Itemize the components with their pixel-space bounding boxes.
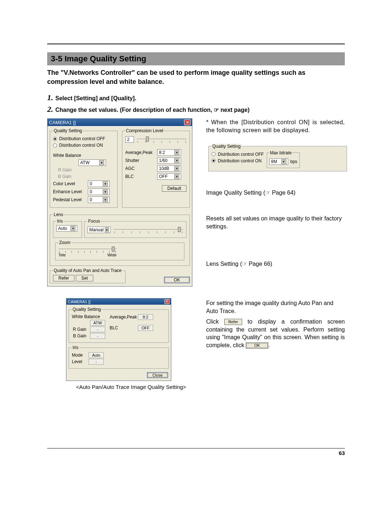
color-level-select[interactable]: 0 ▾	[88, 180, 110, 187]
focus-select[interactable]: Manual ▾	[87, 227, 111, 233]
dist-off-radio[interactable]: Distribution control OFF	[212, 152, 264, 157]
iris-select[interactable]: Auto ▾	[56, 225, 77, 232]
dropdown-icon: ▾	[70, 226, 75, 231]
pedestal-level-select[interactable]: 0 ▾	[88, 196, 110, 203]
close-icon[interactable]: ✕	[184, 119, 191, 125]
blc-select[interactable]: OFF ▾	[157, 173, 181, 180]
distribution-note: * When the [Distribution control ON] is …	[206, 118, 345, 134]
close-button[interactable]: Close	[147, 372, 168, 378]
step-number: 1.	[47, 93, 53, 102]
ok-button-inline[interactable]: OK	[246, 342, 268, 349]
level-readout: -	[89, 359, 104, 365]
dist-on-label: Distribution control ON	[218, 158, 262, 163]
dropdown-icon: ▾	[174, 158, 179, 163]
focus-value: Manual	[89, 227, 103, 233]
click-note: Click Refer to display a confirmation sc…	[206, 318, 345, 349]
dist-on-radio[interactable]: Distribution control ON	[53, 143, 114, 148]
confirm-dialog: CAMERA1 [] ✕ Quality Setting White Balan…	[66, 298, 171, 381]
agc-value: 10dB	[159, 166, 169, 171]
step-text: Select [Setting] and [Quality].	[56, 95, 136, 102]
dropdown-icon: ▾	[174, 166, 179, 171]
shutter-value: 1/60	[159, 158, 167, 163]
dropdown-icon: ▾	[174, 174, 179, 179]
default-button[interactable]: Default	[162, 185, 187, 192]
section-header: 3-5 Image Quality Setting	[47, 52, 345, 65]
dist-on-radio[interactable]: Distribution control ON	[212, 158, 264, 163]
zoom-tele-label: Tele	[58, 253, 66, 257]
max-bitrate-select[interactable]: 8M ▾	[269, 158, 288, 165]
agc-select[interactable]: 10dB ▾	[157, 165, 181, 172]
radio-icon	[212, 152, 216, 156]
compression-slider[interactable]	[137, 137, 187, 142]
radio-icon	[53, 137, 57, 141]
quality-setting-legend: Quality Setting	[53, 128, 83, 133]
shutter-select[interactable]: 1/60 ▾	[157, 157, 181, 164]
page-footer: 63	[47, 448, 345, 456]
step-1: 1. Select [Setting] and [Quality].	[47, 93, 345, 102]
dropdown-icon: ▾	[174, 150, 179, 155]
quality-setting-legend: Quality Setting	[212, 144, 241, 149]
blc-label: BLC	[110, 325, 134, 330]
color-level-value: 0	[90, 181, 92, 187]
r-gain-label: R Gain	[53, 167, 72, 172]
agc-label: AGC	[125, 166, 154, 171]
b-gain-label: B Gain	[53, 174, 72, 179]
dist-off-label: Distribution control OFF	[59, 136, 105, 141]
set-button[interactable]: Set	[76, 275, 93, 281]
avg-peak-label: Average,Peak	[110, 314, 134, 320]
blc-readout: OFF	[138, 325, 153, 331]
iris-legend: Iris	[56, 219, 64, 224]
dropdown-icon: ▾	[103, 181, 108, 186]
lens-legend: Lens	[53, 212, 64, 217]
compression-value[interactable]: 2	[125, 136, 134, 143]
dist-on-label: Distribution control ON	[59, 143, 103, 148]
mode-label: Mode	[72, 353, 85, 358]
blc-value: OFF	[159, 174, 168, 179]
titlebar[interactable]: CAMERA1 [] ✕	[66, 299, 171, 305]
page-number: 63	[339, 450, 345, 456]
zoom-slider[interactable]	[58, 247, 117, 252]
close-icon[interactable]: ✕	[164, 299, 170, 304]
shutter-label: Shutter	[125, 158, 154, 163]
mode-readout: Auto	[89, 352, 104, 358]
window-title: CAMERA1 []	[68, 300, 90, 304]
b-gain-label: B Gain	[72, 333, 86, 338]
pedestal-level-value: 0	[90, 197, 92, 203]
white-balance-value: ATW	[80, 160, 90, 166]
dist-off-radio[interactable]: Distribution control OFF	[53, 136, 114, 141]
refer-button-inline[interactable]: Refer	[224, 319, 242, 325]
lens-setting-ref: Lens Setting (☞ Page 66)	[206, 260, 345, 268]
dropdown-icon: ▾	[103, 189, 108, 194]
refer-button[interactable]: Refer	[53, 275, 74, 281]
blc-label: BLC	[125, 174, 154, 179]
confirm-caption: <Auto Pan/Auto Trace Image Quality Setti…	[66, 384, 196, 390]
max-bitrate-value: 8M	[271, 159, 277, 165]
avg-peak-label: Average,Peak	[125, 150, 154, 155]
dropdown-icon: ▾	[105, 227, 109, 232]
level-label: Level	[72, 359, 85, 364]
asterisk: *	[206, 119, 208, 125]
avg-peak-select[interactable]: 8:2 ▾	[157, 149, 181, 156]
focus-slider[interactable]	[114, 227, 183, 232]
step-2: 2. Change the set values. (For descripti…	[47, 105, 345, 114]
ok-button[interactable]: OK	[164, 277, 190, 283]
zoom-wide-label: Wide	[107, 253, 117, 257]
titlebar[interactable]: CAMERA1 [] ✕	[48, 119, 192, 126]
white-balance-readout: ATW	[90, 320, 105, 326]
enhance-level-select[interactable]: 0 ▾	[88, 188, 110, 195]
zoom-legend: Zoom	[58, 240, 71, 245]
iq-setting-ref: Image Quality Setting (☞ Page 64)	[206, 189, 345, 197]
r-gain-readout: -	[90, 326, 105, 332]
dropdown-icon: ▾	[99, 160, 104, 165]
intro-text: The "V.Networks Controller" can be used …	[47, 68, 345, 86]
max-bitrate-legend: Max bitrate	[269, 150, 292, 155]
window-title: CAMERA1 []	[49, 120, 76, 125]
main-dialog: CAMERA1 [] ✕ Quality Setting Distributio…	[47, 118, 192, 287]
avg-peak-readout: 8:2	[138, 314, 153, 320]
white-balance-select[interactable]: ATW ▾	[78, 159, 106, 166]
enhance-level-value: 0	[90, 189, 92, 195]
r-gain-label: R Gain	[72, 327, 86, 332]
color-level-label: Color Level	[53, 181, 84, 186]
iris-value: Auto	[58, 226, 67, 231]
autopan-note: For setting the image quality during Aut…	[206, 299, 345, 315]
